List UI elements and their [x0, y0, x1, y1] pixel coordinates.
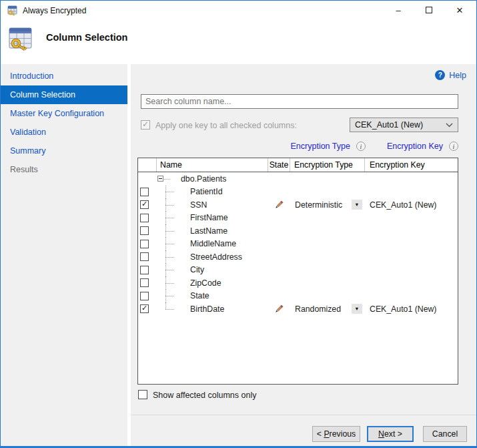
encryption-type-value: Randomized	[290, 304, 341, 314]
footer-divider	[131, 415, 476, 415]
table-row: FirstName	[138, 212, 458, 225]
column-name-label: FirstName	[190, 213, 228, 222]
apply-one-key-label: Apply one key to all checked columns:	[155, 121, 297, 130]
chevron-down-icon	[446, 123, 453, 128]
table-row: MiddleName	[138, 238, 458, 251]
tree-connector	[165, 244, 174, 244]
encryption-type-dropdown-button[interactable]: ▾	[352, 200, 362, 210]
table-row: City	[138, 264, 458, 277]
previous-button[interactable]: < Previous	[312, 426, 360, 442]
wizard-body: IntroductionColumn SelectionMaster Key C…	[1, 64, 476, 446]
header-encryption-type: Encryption Type	[290, 158, 365, 172]
help-icon: ?	[435, 70, 445, 80]
row-checkbox[interactable]	[140, 304, 149, 313]
window-title: Always Encrypted	[23, 1, 86, 21]
encryption-type-info-icon[interactable]: i	[356, 142, 366, 151]
title-bar: Always Encrypted – ✕	[1, 1, 476, 21]
table-group-label: dbo.Patients	[181, 174, 226, 184]
encryption-type-value: Deterministic	[290, 200, 342, 210]
sidebar-item-validation[interactable]: Validation	[1, 123, 127, 142]
sidebar: IntroductionColumn SelectionMaster Key C…	[1, 67, 127, 179]
tree-connector	[165, 302, 166, 309]
tree-connector	[165, 231, 174, 232]
page-title: Column Selection	[46, 32, 127, 43]
table-key-icon	[7, 25, 34, 52]
minimize-icon: –	[396, 5, 400, 15]
sidebar-content-divider	[127, 64, 131, 446]
cek-select[interactable]: CEK_Auto1 (New)	[350, 118, 458, 132]
row-checkbox[interactable]	[140, 266, 149, 274]
encryption-type-link[interactable]: Encryption Type	[291, 142, 350, 151]
cancel-button[interactable]: Cancel	[423, 426, 467, 442]
table-row: StreetAddress	[138, 250, 458, 264]
column-name-label: MiddleName	[190, 239, 236, 248]
sidebar-item-introduction[interactable]: Introduction	[1, 67, 127, 85]
row-checkbox[interactable]	[140, 214, 149, 222]
table-body: dbo.PatientsPatientIdSSNDeterministic▾CE…	[138, 172, 458, 316]
wizard-header: Column Selection	[1, 21, 476, 64]
close-button[interactable]: ✕	[444, 1, 475, 21]
column-name-label: ZipCode	[190, 278, 221, 288]
header-encryption-key: Encryption Key	[365, 158, 458, 172]
next-button[interactable]: Next >	[367, 426, 414, 442]
row-checkbox[interactable]	[140, 188, 149, 196]
sidebar-item-summary[interactable]: Summary	[1, 142, 127, 160]
table-row: BirthDateRandomized▾CEK_Auto1 (New)	[138, 302, 458, 316]
row-checkbox[interactable]	[140, 226, 149, 235]
show-affected-label: Show affected columns only	[153, 391, 256, 400]
column-name-label: PatientId	[190, 187, 223, 196]
tree-connector	[165, 257, 174, 258]
tree-connector	[165, 309, 174, 310]
row-checkbox[interactable]	[140, 240, 149, 248]
encryption-key-value: CEK_Auto1 (New)	[365, 200, 436, 210]
help-label: Help	[449, 71, 466, 80]
maximize-icon	[426, 7, 432, 13]
columns-table: Name State Encryption Type Encryption Ke…	[137, 158, 458, 385]
encryption-key-value: CEK_Auto1 (New)	[365, 304, 436, 314]
minimize-button[interactable]: –	[383, 1, 414, 21]
tree-connector	[165, 296, 174, 296]
always-encrypted-wizard-window: Always Encrypted – ✕ Column Selection In…	[0, 0, 477, 448]
header-state: State	[268, 158, 290, 172]
column-name-label: BirthDate	[190, 304, 224, 314]
table-row: State	[138, 290, 458, 303]
sidebar-item-results: Results	[1, 160, 127, 179]
header-name: Name	[157, 158, 268, 172]
maximize-button[interactable]	[414, 1, 444, 21]
sidebar-item-column-selection[interactable]: Column Selection	[1, 85, 127, 104]
table-header-row: Name State Encryption Type Encryption Ke…	[138, 158, 458, 172]
apply-one-key-checkbox	[141, 120, 150, 130]
row-checkbox[interactable]	[140, 200, 149, 209]
sidebar-item-master-key-configuration[interactable]: Master Key Configuration	[1, 104, 127, 123]
edit-pencil-icon	[275, 200, 284, 209]
tree-collapse-icon[interactable]	[157, 176, 163, 182]
row-checkbox[interactable]	[140, 292, 149, 300]
column-header-links: Encryption Type i Encryption Key i	[137, 142, 458, 151]
help-link[interactable]: ? Help	[435, 70, 466, 80]
tree-connector	[165, 205, 174, 206]
column-name-label: State	[190, 291, 209, 300]
row-checkbox[interactable]	[140, 252, 149, 261]
table-row: PatientId	[138, 186, 458, 199]
header-checkbox-column	[138, 158, 157, 172]
tree-connector	[165, 270, 174, 270]
cek-selected-value: CEK_Auto1 (New)	[355, 120, 446, 130]
encryption-key-info-icon[interactable]: i	[449, 142, 458, 151]
column-name-label: City	[190, 265, 204, 274]
tree-connector	[165, 218, 174, 218]
encryption-type-dropdown-button[interactable]: ▾	[352, 304, 362, 314]
table-row: ZipCode	[138, 276, 458, 290]
tree-connector	[164, 179, 170, 180]
search-input[interactable]	[141, 94, 458, 109]
column-name-label: StreetAddress	[190, 252, 242, 262]
close-icon: ✕	[456, 5, 464, 15]
table-row: LastName	[138, 224, 458, 238]
table-row: SSNDeterministic▾CEK_Auto1 (New)	[138, 198, 458, 212]
encryption-key-link[interactable]: Encryption Key	[387, 142, 443, 151]
edit-pencil-icon	[275, 304, 284, 313]
show-affected-checkbox[interactable]	[138, 390, 147, 399]
tree-connector	[165, 283, 174, 284]
column-name-label: LastName	[190, 226, 227, 236]
row-checkbox[interactable]	[140, 278, 149, 287]
column-name-label: SSN	[190, 200, 207, 210]
